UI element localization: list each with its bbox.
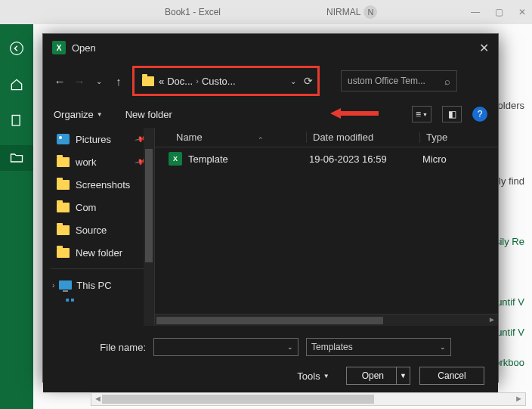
chevron-right-icon[interactable]: › bbox=[196, 76, 199, 85]
folder-icon bbox=[57, 203, 70, 212]
new-icon[interactable] bbox=[9, 113, 24, 129]
svg-rect-1 bbox=[12, 116, 20, 125]
excel-file-icon: X bbox=[169, 152, 182, 166]
chevron-down-icon[interactable]: ⌄ bbox=[287, 343, 293, 351]
organize-button[interactable]: Organize ▼ bbox=[54, 109, 103, 120]
back-icon[interactable] bbox=[9, 41, 24, 56]
tree-more[interactable]: ■■ bbox=[43, 296, 154, 303]
folder-icon bbox=[57, 180, 70, 190]
home-icon[interactable] bbox=[9, 77, 24, 92]
file-row[interactable]: X Template 19-06-2023 16:59 Micro bbox=[155, 147, 498, 170]
avatar[interactable]: N bbox=[363, 5, 377, 19]
folder-icon bbox=[57, 248, 70, 258]
open-dialog: X Open ✕ ← → ⌄ ↑ « Doc... › Custo... ⌄ ⟳… bbox=[42, 33, 499, 383]
open-split-chevron-icon[interactable]: ▼ bbox=[396, 367, 410, 384]
chevron-right-icon[interactable]: › bbox=[52, 281, 54, 290]
svg-point-0 bbox=[11, 42, 23, 55]
user-name: NIRMAL bbox=[326, 7, 360, 17]
open-button[interactable]: Open ▼ bbox=[346, 367, 410, 385]
chevron-down-icon[interactable]: ⌄ bbox=[440, 343, 446, 351]
nav-tree: Pictures📌 work📌 Screenshots Com Source N… bbox=[43, 128, 155, 326]
svg-marker-2 bbox=[330, 108, 379, 119]
pc-icon bbox=[59, 280, 72, 290]
backstage-sidebar bbox=[0, 24, 33, 409]
folder-icon bbox=[57, 157, 70, 167]
tree-item-source[interactable]: Source bbox=[43, 218, 154, 241]
filetype-select[interactable]: Templates ⌄ bbox=[306, 338, 451, 356]
preview-pane-button[interactable]: ◧ bbox=[442, 106, 462, 122]
search-placeholder: ustom Office Tem... bbox=[348, 76, 425, 86]
pictures-icon bbox=[57, 134, 70, 144]
dialog-titlebar: X Open ✕ bbox=[43, 34, 498, 61]
filename-label: File name: bbox=[57, 342, 146, 353]
file-type: Micro bbox=[422, 153, 498, 165]
file-name: Template bbox=[188, 153, 309, 165]
file-date: 19-06-2023 16:59 bbox=[309, 153, 422, 165]
col-name[interactable]: Name⌃ bbox=[155, 132, 306, 143]
column-headers: Name⌃ Date modified Type bbox=[155, 128, 498, 147]
cancel-button[interactable]: Cancel bbox=[419, 367, 484, 385]
nav-recent-chevron-icon[interactable]: ⌄ bbox=[91, 77, 107, 85]
folder-icon bbox=[57, 225, 70, 235]
tree-item-newfolder[interactable]: New folder bbox=[43, 241, 154, 264]
crumb-seg1[interactable]: Doc... bbox=[167, 76, 193, 87]
tree-item-thispc[interactable]: ›This PC bbox=[43, 274, 154, 296]
nav-forward-icon[interactable]: → bbox=[72, 75, 87, 88]
tree-item-pictures[interactable]: Pictures📌 bbox=[43, 128, 154, 150]
tools-button[interactable]: Tools ▼ bbox=[297, 370, 329, 382]
close-window-icon[interactable]: ✕ bbox=[518, 7, 526, 17]
search-input[interactable]: ustom Office Tem... ⌕ bbox=[341, 70, 457, 91]
sort-asc-icon: ⌃ bbox=[258, 136, 264, 144]
tree-item-com[interactable]: Com bbox=[43, 196, 154, 218]
app-title: Book1 - Excel bbox=[165, 7, 221, 17]
help-icon[interactable]: ? bbox=[472, 107, 487, 122]
excel-titlebar: Book1 - Excel NIRMAL N — ▢ ✕ bbox=[0, 0, 532, 24]
search-icon[interactable]: ⌕ bbox=[444, 76, 450, 87]
refresh-icon[interactable]: ⟳ bbox=[304, 75, 313, 87]
tree-item-screenshots[interactable]: Screenshots bbox=[43, 173, 154, 196]
close-icon[interactable]: ✕ bbox=[479, 41, 489, 55]
address-bar[interactable]: « Doc... › Custo... ⌄ ⟳ bbox=[132, 66, 320, 96]
tree-item-work[interactable]: work📌 bbox=[43, 150, 154, 173]
folder-icon bbox=[142, 76, 154, 86]
crumb-seg2[interactable]: Custo... bbox=[202, 76, 236, 87]
maximize-icon[interactable]: ▢ bbox=[495, 7, 503, 17]
open-nav-selected[interactable] bbox=[0, 145, 33, 171]
view-mode-button[interactable]: ≡ ▼ bbox=[412, 106, 431, 122]
excel-icon: X bbox=[52, 41, 66, 54]
organize-label: Organize bbox=[54, 109, 94, 120]
address-chevron-down-icon[interactable]: ⌄ bbox=[290, 77, 296, 85]
nav-back-icon[interactable]: ← bbox=[52, 75, 67, 88]
annotation-red-arrow bbox=[330, 108, 379, 119]
col-type[interactable]: Type bbox=[419, 132, 498, 143]
crumb-prefix: « bbox=[159, 76, 164, 87]
files-hscrollbar[interactable]: ◄► bbox=[155, 314, 498, 326]
col-date[interactable]: Date modified bbox=[306, 132, 419, 143]
page-hscrollbar[interactable]: ◄► bbox=[91, 392, 526, 406]
chevron-down-icon: ▼ bbox=[323, 373, 329, 380]
new-folder-button[interactable]: New folder bbox=[125, 109, 172, 120]
dialog-title: Open bbox=[72, 42, 96, 54]
snippet-folders: olders bbox=[498, 100, 524, 111]
chevron-down-icon: ▼ bbox=[97, 111, 103, 118]
nav-up-icon[interactable]: ↑ bbox=[111, 75, 126, 88]
filename-input[interactable]: ⌄ bbox=[153, 338, 298, 356]
tree-scrollbar[interactable] bbox=[144, 128, 154, 326]
minimize-icon[interactable]: — bbox=[471, 7, 480, 17]
